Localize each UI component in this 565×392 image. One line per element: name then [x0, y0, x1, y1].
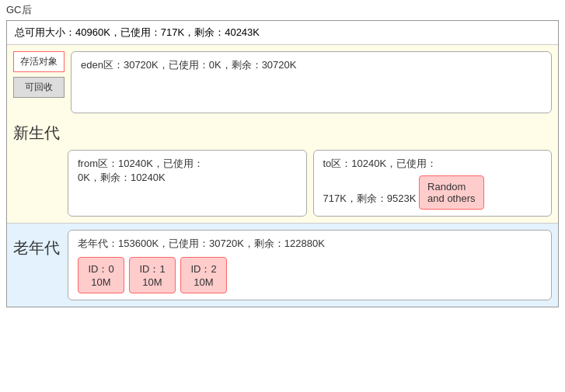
buttons-column: 存活对象 可回收: [13, 51, 65, 113]
id-label: ID：1: [139, 263, 165, 275]
random-box: Random and others: [419, 175, 483, 210]
random-line2: and others: [427, 193, 475, 204]
alive-button[interactable]: 存活对象: [13, 51, 65, 72]
to-box: to区：10240K，已使用： 717K，剩余：9523K Random and…: [313, 150, 553, 217]
new-gen-section: 存活对象 可回收 eden区：30720K，已使用：0K，剩余：30720K 新…: [7, 45, 558, 224]
id-label: ID：2: [190, 263, 216, 275]
id-box-1: ID：110M: [129, 257, 176, 293]
eden-box: eden区：30720K，已使用：0K，剩余：30720K: [71, 51, 552, 113]
summary-text: 总可用大小：40960K，已使用：717K，剩余：40243K: [15, 26, 260, 38]
main-wrapper: 总可用大小：40960K，已使用：717K，剩余：40243K 存活对象 可回收…: [6, 20, 559, 307]
old-gen-inner: 老年代：153600K，已使用：30720K，剩余：122880K ID：010…: [68, 230, 552, 300]
new-gen-top: 存活对象 可回收 eden区：30720K，已使用：0K，剩余：30720K: [13, 51, 552, 113]
id-size: 10M: [91, 276, 110, 288]
eden-text: eden区：30720K，已使用：0K，剩余：30720K: [81, 59, 296, 71]
summary-bar: 总可用大小：40960K，已使用：717K，剩余：40243K: [7, 21, 558, 45]
from-to-row: from区：10240K，已使用： 0K，剩余：10240K to区：10240…: [13, 150, 552, 217]
new-gen-label: 新生代: [13, 120, 552, 150]
id-size: 10M: [142, 276, 162, 288]
from-box: from区：10240K，已使用： 0K，剩余：10240K: [68, 150, 307, 217]
old-gen-label: 老年代: [13, 230, 60, 258]
old-gen-summary: 老年代：153600K，已使用：30720K，剩余：122880K: [78, 237, 542, 251]
id-size: 10M: [194, 276, 213, 288]
recyclable-button[interactable]: 可回收: [13, 77, 65, 98]
old-gen-section: 老年代 老年代：153600K，已使用：30720K，剩余：122880K ID…: [7, 224, 558, 307]
id-boxes-row: ID：010MID：110MID：210M: [78, 257, 542, 293]
from-text: from区：10240K，已使用： 0K，剩余：10240K: [78, 158, 204, 183]
id-box-0: ID：010M: [78, 257, 124, 293]
id-box-2: ID：210M: [180, 257, 227, 293]
random-line1: Random: [427, 181, 466, 193]
page-title: GC后: [0, 0, 565, 20]
id-label: ID：0: [88, 263, 113, 275]
